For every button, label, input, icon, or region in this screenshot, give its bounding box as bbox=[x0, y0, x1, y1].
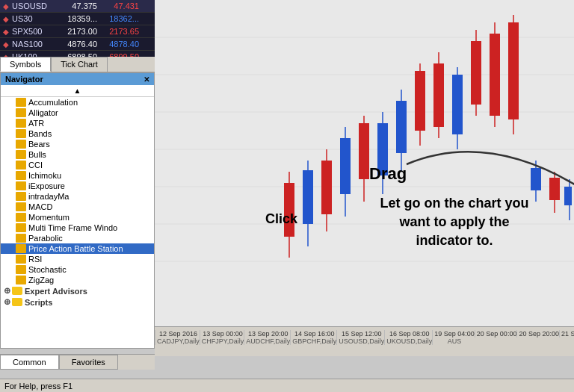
indicator-icon bbox=[16, 140, 26, 149]
time-label: 13 Sep 00:00CHFJPY,Daily bbox=[200, 330, 244, 345]
ticker-row[interactable]: ◆ SPX500 2173.00 2173.65 bbox=[0, 25, 155, 38]
indicator-icon bbox=[16, 192, 26, 201]
nav-item-label: CCI bbox=[28, 161, 43, 169]
ticker-row[interactable]: ◆ US30 18359... 18362... bbox=[0, 13, 155, 25]
nav-item[interactable]: Accumulation bbox=[1, 97, 154, 108]
tabs-row: Symbols Tick Chart bbox=[0, 57, 155, 72]
instrument-label: UKOUSD,Daily bbox=[386, 337, 432, 345]
indicator-icon bbox=[16, 276, 26, 284]
indicator-icon bbox=[16, 150, 26, 159]
ticker-symbol: NAS100 bbox=[12, 40, 55, 49]
instrument-label: CADJPY,Daily bbox=[157, 337, 200, 345]
nav-item-label: ATR bbox=[28, 119, 44, 128]
candlestick-chart bbox=[155, 0, 574, 284]
ticker-price2: 4878.40 bbox=[100, 40, 139, 49]
indicator-icon bbox=[16, 234, 26, 243]
nav-item[interactable]: iExposure bbox=[1, 181, 154, 191]
nav-item[interactable]: Parabolic bbox=[1, 233, 154, 243]
svg-rect-17 bbox=[433, 63, 444, 127]
ticker-diamond: ◆ bbox=[3, 15, 9, 23]
svg-rect-37 bbox=[549, 178, 560, 200]
nav-item[interactable]: Momentum bbox=[1, 212, 154, 223]
nav-category[interactable]: ⊕Scripts bbox=[1, 296, 154, 308]
nav-item-label: intradayMa bbox=[28, 192, 69, 201]
nav-item[interactable]: Bulls bbox=[1, 149, 154, 160]
ticker-price1: 4876.40 bbox=[58, 40, 97, 49]
nav-item[interactable]: ATR bbox=[1, 118, 154, 128]
nav-item[interactable]: Bears bbox=[1, 139, 154, 149]
time-text: 14 Sep 16:00 bbox=[294, 330, 335, 337]
nav-item[interactable]: ZigZag bbox=[1, 275, 154, 285]
time-label: 14 Sep 16:00GBPCHF,Daily bbox=[290, 330, 336, 345]
expand-icon: ⊕ bbox=[4, 286, 10, 296]
time-label: 21 Sep bbox=[559, 330, 574, 337]
nav-item-label: ZigZag bbox=[28, 276, 54, 284]
tab-symbols[interactable]: Symbols bbox=[0, 57, 51, 72]
nav-item[interactable]: RSI bbox=[1, 254, 154, 264]
time-label: 12 Sep 2016CADJPY,Daily bbox=[155, 330, 200, 345]
time-text: 13 Sep 00:00 bbox=[203, 330, 243, 337]
nav-item[interactable]: Stochastic bbox=[1, 264, 154, 275]
bottom-tab-favorites[interactable]: Favorites bbox=[59, 355, 118, 370]
time-label: 13 Sep 20:00AUDCHF,Daily bbox=[244, 330, 290, 345]
time-text: 12 Sep 2016 bbox=[159, 330, 197, 337]
nav-item[interactable]: intradayMa bbox=[1, 191, 154, 202]
ticker-price2: 18362... bbox=[100, 14, 139, 23]
tab-tick-chart[interactable]: Tick Chart bbox=[51, 57, 108, 72]
svg-rect-21 bbox=[396, 101, 407, 153]
time-label: 15 Sep 12:00USOUSD,Daily bbox=[336, 330, 384, 345]
scroll-up-icon[interactable]: ▲ bbox=[1, 85, 154, 97]
nav-item-label: Bands bbox=[28, 129, 52, 138]
nav-item-label: Parabolic bbox=[28, 234, 63, 243]
time-label: 19 Sep 04:00AUS bbox=[432, 330, 475, 345]
time-label: 20 Sep 00:00 bbox=[475, 330, 517, 337]
svg-rect-33 bbox=[284, 183, 294, 237]
nav-item[interactable]: Bands bbox=[1, 128, 154, 139]
svg-rect-11 bbox=[490, 34, 500, 116]
svg-rect-9 bbox=[508, 22, 519, 119]
instrument-label: GBPCHF,Daily bbox=[292, 337, 336, 345]
ticker-price2: 2173.65 bbox=[100, 27, 139, 36]
ticker-row[interactable]: ◆ NAS100 4876.40 4878.40 bbox=[0, 38, 155, 51]
chart-area: 12 Sep 2016CADJPY,Daily13 Sep 00:00CHFJP… bbox=[155, 0, 574, 356]
category-label: Expert Advisors bbox=[25, 287, 87, 296]
nav-item-label: Ichimoku bbox=[28, 171, 61, 180]
ticker-bar: ◆ USOUSD 47.375 47.431 ◆ US30 18359... 1… bbox=[0, 0, 155, 63]
time-axis: 12 Sep 2016CADJPY,Daily13 Sep 00:00CHFJP… bbox=[155, 326, 574, 356]
navigator-header: Navigator ✕ bbox=[1, 73, 154, 85]
indicator-icon bbox=[16, 223, 26, 232]
ticker-price1: 18359... bbox=[58, 14, 97, 23]
status-text: For Help, press F1 bbox=[4, 382, 72, 391]
nav-item-label: Multi Time Frame Windo bbox=[28, 223, 117, 232]
nav-item-label: Alligator bbox=[28, 108, 58, 117]
nav-item[interactable]: CCI bbox=[1, 160, 154, 170]
bottom-tab-common[interactable]: Common bbox=[0, 355, 59, 370]
navigator-panel: Navigator ✕ ▲AccumulationAlligatorATRBan… bbox=[0, 72, 155, 349]
instrument-label: USOUSD,Daily bbox=[339, 337, 384, 345]
nav-item[interactable]: Price Action Battle Station bbox=[1, 243, 154, 254]
nav-item-label: iExposure bbox=[28, 181, 65, 190]
svg-rect-25 bbox=[359, 123, 369, 179]
svg-rect-27 bbox=[340, 138, 351, 194]
time-label: 20 Sep 20:00 bbox=[516, 330, 559, 337]
indicator-icon bbox=[16, 171, 26, 180]
svg-rect-15 bbox=[452, 75, 463, 134]
nav-item-label: RSI bbox=[28, 255, 42, 264]
navigator-title: Navigator bbox=[5, 75, 43, 84]
svg-rect-29 bbox=[321, 161, 332, 214]
ticker-price1: 47.375 bbox=[58, 1, 97, 10]
ticker-row[interactable]: ◆ USOUSD 47.375 47.431 bbox=[0, 0, 155, 13]
nav-item[interactable]: MACD bbox=[1, 202, 154, 212]
ticker-symbol: SPX500 bbox=[12, 27, 55, 36]
instrument-label: AUS bbox=[448, 337, 462, 345]
svg-rect-19 bbox=[415, 71, 425, 131]
nav-item[interactable]: Ichimoku bbox=[1, 170, 154, 181]
indicator-icon bbox=[16, 265, 26, 274]
indicator-icon bbox=[16, 119, 26, 128]
nav-item[interactable]: Alligator bbox=[1, 108, 154, 118]
time-label: 16 Sep 08:00UKOUSD,Daily bbox=[384, 330, 432, 345]
nav-item[interactable]: Multi Time Frame Windo bbox=[1, 223, 154, 233]
indicator-icon bbox=[16, 213, 26, 222]
nav-category[interactable]: ⊕Expert Advisors bbox=[1, 285, 154, 296]
navigator-close-icon[interactable]: ✕ bbox=[144, 75, 149, 84]
